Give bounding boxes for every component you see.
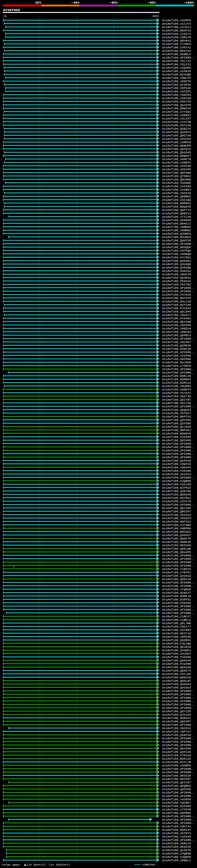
svg-text:UniRef100_Q96IR1: UniRef100_Q96IR1 bbox=[162, 259, 191, 262]
svg-text:UniRef100_Q642H9: UniRef100_Q642H9 bbox=[162, 320, 191, 323]
svg-text:UniRef100_Q8LJW0: UniRef100_Q8LJW0 bbox=[162, 622, 191, 625]
svg-text:UniRef100_UPI000..: UniRef100_UPI000.. bbox=[162, 771, 195, 774]
svg-text:UniRef100_A1CJF3: UniRef100_A1CJF3 bbox=[162, 22, 191, 26]
svg-text:UniRef100_Q4GXU6: UniRef100_Q4GXU6 bbox=[162, 787, 191, 791]
svg-text:UniRef100_Q8VYK6: UniRef100_Q8VYK6 bbox=[162, 418, 191, 422]
svg-text:UniRef100_B5RI97: UniRef100_B5RI97 bbox=[162, 828, 191, 832]
svg-text:UniRef100_A8N9Y5: UniRef100_A8N9Y5 bbox=[162, 388, 191, 391]
svg-text:UniRef100_Q6PBC4: UniRef100_Q6PBC4 bbox=[162, 334, 191, 337]
svg-text:UniRef100_UPI000..: UniRef100_UPI000.. bbox=[162, 693, 195, 696]
svg-text:UniRef100_Q53HV1: UniRef100_Q53HV1 bbox=[162, 276, 191, 280]
svg-text:UniRef100_B9I718: UniRef100_B9I718 bbox=[162, 632, 191, 635]
svg-text:UniRef100_UPI000..: UniRef100_UPI000.. bbox=[162, 557, 195, 561]
svg-text:UniRef100_B9RPJ9: UniRef100_B9RPJ9 bbox=[162, 595, 191, 598]
svg-text:UniRef100_Q861U9: UniRef100_Q861U9 bbox=[162, 659, 191, 662]
svg-text:UniRef100_B5FXF0: UniRef100_B5FXF0 bbox=[162, 297, 191, 300]
svg-text:UniRef100_UPI000..: UniRef100_UPI000.. bbox=[162, 612, 195, 615]
svg-text:UniRef100_A9RZU4: UniRef100_A9RZU4 bbox=[162, 327, 191, 331]
svg-text:UniRef100_P79183: UniRef100_P79183 bbox=[162, 754, 191, 757]
svg-text:UniRef100_Q801H0: UniRef100_Q801H0 bbox=[162, 493, 191, 496]
svg-text:UniRef100_B6KNY5: UniRef100_B6KNY5 bbox=[162, 432, 191, 435]
svg-text:UniRef100_Q6IV87: UniRef100_Q6IV87 bbox=[162, 781, 191, 784]
svg-text:UniRef100_A9UDN3: UniRef100_A9UDN3 bbox=[162, 384, 191, 388]
svg-text:UniRef100_A4S956: UniRef100_A4S956 bbox=[162, 798, 191, 801]
svg-text:UniRef100_Q7SE03: UniRef100_Q7SE03 bbox=[162, 83, 191, 87]
svg-text:UniRef100_Q9USW5: UniRef100_Q9USW5 bbox=[162, 178, 191, 181]
svg-text:(in Subject): (in Subject) bbox=[49, 863, 70, 866]
svg-text:UniRef100_C5GN86: UniRef100_C5GN86 bbox=[162, 181, 191, 185]
svg-text:UniRef100_UPI000..: UniRef100_UPI000.. bbox=[162, 605, 195, 608]
svg-text:UniRef100_A8E6A5: UniRef100_A8E6A5 bbox=[162, 466, 191, 469]
svg-text:UniRef100_Q4GXU2: UniRef100_Q4GXU2 bbox=[162, 574, 191, 578]
svg-text:UniRef100_UPI000..: UniRef100_UPI000.. bbox=[162, 476, 195, 479]
svg-text:UniRef100_UPI000..: UniRef100_UPI000.. bbox=[162, 791, 195, 795]
svg-text:UniRef100_UPI000..: UniRef100_UPI000.. bbox=[162, 608, 195, 612]
svg-text:AlignView.pm Beta rel.7: AlignView.pm Beta rel.7 bbox=[124, 9, 159, 12]
svg-text:UniRef100_Q6FTT4: UniRef100_Q6FTT4 bbox=[162, 209, 191, 212]
svg-text:UniRef100_UPI000..: UniRef100_UPI000.. bbox=[162, 581, 195, 584]
svg-text:UniRef100_C6TJG9: UniRef100_C6TJG9 bbox=[162, 673, 191, 676]
svg-text:UniRef100_Q5G585: UniRef100_Q5G585 bbox=[162, 151, 191, 154]
svg-text:UniRef100_C1BEL2: UniRef100_C1BEL2 bbox=[162, 618, 191, 622]
svg-text:UniRef100_B4KZS2: UniRef100_B4KZS2 bbox=[162, 270, 191, 273]
svg-text:UniRef100_UPI000..: UniRef100_UPI000.. bbox=[162, 696, 195, 700]
svg-text:UniRef100_B9IGG6: UniRef100_B9IGG6 bbox=[162, 544, 191, 547]
svg-text:UniRef100_UPI000..: UniRef100_UPI000.. bbox=[162, 456, 195, 459]
svg-text:UniRef100_P49204: UniRef100_P49204 bbox=[162, 435, 191, 439]
svg-text:UniRef100_C4Q089: UniRef100_C4Q089 bbox=[162, 856, 191, 859]
svg-text:UniRef100_A8IMP6: UniRef100_A8IMP6 bbox=[162, 19, 191, 22]
svg-text:UniRef100_C5LTJ4: UniRef100_C5LTJ4 bbox=[162, 59, 191, 63]
svg-text:UniRef100_B5XA15: UniRef100_B5XA15 bbox=[162, 757, 191, 761]
svg-text:UniRef100_Q53HI6: UniRef100_Q53HI6 bbox=[162, 645, 191, 649]
svg-text:UniRef100_Q1W2A7: UniRef100_Q1W2A7 bbox=[162, 591, 191, 595]
svg-text:UniRef100_C9JEH7: UniRef100_C9JEH7 bbox=[162, 652, 191, 655]
svg-text:UniRef100_C5XJZ0: UniRef100_C5XJZ0 bbox=[162, 483, 191, 486]
svg-text:UniRef100_A7SRV8: UniRef100_A7SRV8 bbox=[162, 364, 191, 368]
svg-text:UniRef100_O62738: UniRef100_O62738 bbox=[162, 395, 191, 398]
svg-text:UniRef100_Q15ET6: UniRef100_Q15ET6 bbox=[162, 848, 191, 852]
svg-text:UniRef100_C5PIU5: UniRef100_C5PIU5 bbox=[162, 87, 191, 90]
svg-text:UniRef100_UPI000..: UniRef100_UPI000.. bbox=[162, 838, 195, 842]
svg-text:UniRef100_Q6EE75: UniRef100_Q6EE75 bbox=[162, 537, 191, 540]
svg-text:UniRef100_Q5UAP0: UniRef100_Q5UAP0 bbox=[162, 551, 191, 554]
svg-text:UniRef100_Q1JSZ0: UniRef100_Q1JSZ0 bbox=[162, 425, 191, 429]
svg-text:UniRef100_B0XYV4: UniRef100_B0XYV4 bbox=[162, 49, 191, 53]
svg-text:UniRef100_A2VE06: UniRef100_A2VE06 bbox=[162, 354, 191, 358]
svg-text:UniRef100_P46299: UniRef100_P46299 bbox=[162, 601, 191, 605]
svg-text:UniRef100_A8UAC7: UniRef100_A8UAC7 bbox=[162, 313, 191, 317]
svg-text:UniRef100_A2Y3W4: UniRef100_A2Y3W4 bbox=[162, 523, 191, 527]
svg-text:UniRef100_UPI000..: UniRef100_UPI000.. bbox=[162, 242, 195, 246]
svg-text:UniRef100_UPI000..: UniRef100_UPI000.. bbox=[162, 767, 195, 771]
svg-text:UniRef100_A7NY97: UniRef100_A7NY97 bbox=[162, 571, 191, 574]
svg-text:UniRef100_B7FL29: UniRef100_B7FL29 bbox=[162, 761, 191, 764]
svg-text:UniRef100_A7F6D1: UniRef100_A7F6D1 bbox=[162, 110, 191, 114]
svg-text:UniRef100_A4RBY5: UniRef100_A4RBY5 bbox=[162, 161, 191, 164]
svg-text:~60%: ~60% bbox=[109, 1, 118, 5]
svg-text:UniRef100_UPI000..: UniRef100_UPI000.. bbox=[162, 744, 195, 747]
svg-text:UniRef100_A9PD40: UniRef100_A9PD40 bbox=[162, 635, 191, 639]
svg-text:UniRef100_Q2H4F3: UniRef100_Q2H4F3 bbox=[162, 130, 191, 134]
svg-text:UniRef100_Q0V6X3: UniRef100_Q0V6X3 bbox=[162, 39, 191, 42]
svg-text:UniRef100_B1GS88: UniRef100_B1GS88 bbox=[162, 805, 191, 808]
svg-text:UniRef100_A9S0Q0: UniRef100_A9S0Q0 bbox=[162, 252, 191, 256]
svg-text:UniRef100_UPI000..: UniRef100_UPI000.. bbox=[162, 337, 195, 341]
svg-text:UniRef100_P05753: UniRef100_P05753 bbox=[162, 100, 191, 103]
svg-text:-: - bbox=[47, 863, 49, 866]
svg-text:UniRef100_Q4PMB3: UniRef100_Q4PMB3 bbox=[162, 811, 191, 815]
svg-text:|1: |1 bbox=[3, 14, 7, 18]
svg-text:UniRef100_C0RZJ9: UniRef100_C0RZJ9 bbox=[162, 36, 191, 39]
svg-text:UniRef100_C4Q090: UniRef100_C4Q090 bbox=[162, 852, 191, 856]
svg-text:UniRef100_UPI000..: UniRef100_UPI000.. bbox=[162, 561, 195, 564]
svg-text:UniRef100_Q4GXU7: UniRef100_Q4GXU7 bbox=[162, 534, 191, 537]
svg-text:UniRef100_UPI000..: UniRef100_UPI000.. bbox=[162, 405, 195, 408]
svg-text:UniRef100_UPI000..: UniRef100_UPI000.. bbox=[162, 371, 195, 374]
svg-text:Large gaps:: Large gaps: bbox=[2, 863, 22, 866]
svg-text:(in Query)/: (in Query)/ bbox=[27, 863, 46, 866]
svg-text:UniRef100_Q4PAZ9: UniRef100_Q4PAZ9 bbox=[162, 750, 191, 754]
svg-text:UniRef100_UPI000..: UniRef100_UPI000.. bbox=[162, 554, 195, 557]
svg-text:UniRef100_C1BZ31: UniRef100_C1BZ31 bbox=[162, 567, 191, 571]
svg-text:UniRef100_B8MMS2: UniRef100_B8MMS2 bbox=[162, 202, 191, 205]
svg-text:UniRef100_UPI000..: UniRef100_UPI000.. bbox=[162, 740, 195, 744]
svg-text:UniRef100_Q4KTD8: UniRef100_Q4KTD8 bbox=[162, 490, 191, 493]
svg-text:UniRef100_B9PXE4: UniRef100_B9PXE4 bbox=[162, 429, 191, 432]
